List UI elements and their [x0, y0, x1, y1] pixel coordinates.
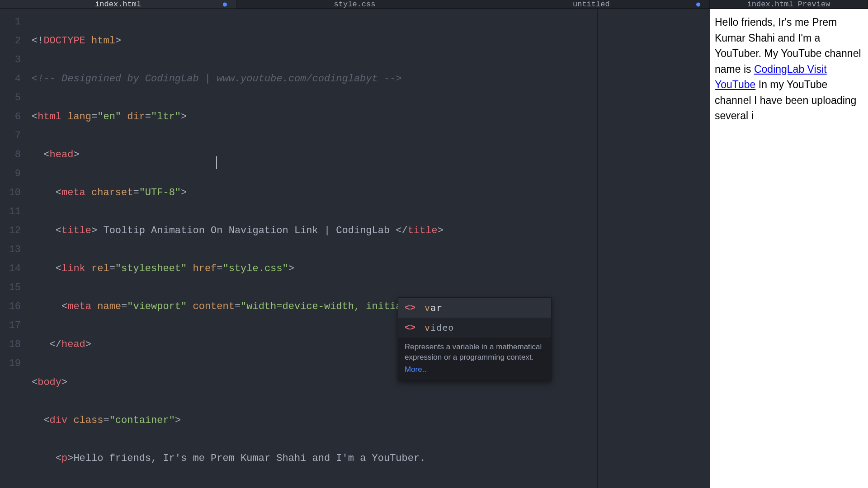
- code-line: <!DOCTYPE html>: [32, 32, 710, 51]
- line-number: 14: [0, 259, 32, 278]
- tab-label: untitled: [573, 0, 610, 9]
- split-divider[interactable]: [597, 9, 598, 488]
- code-line: <p>Hello friends, Ir's me Prem Kumar Sha…: [32, 449, 710, 468]
- line-number: 16: [0, 297, 32, 316]
- line-number: 5: [0, 89, 32, 108]
- autocomplete-label: var: [425, 302, 442, 313]
- line-number-gutter: 12345678910111213141516171819: [0, 9, 32, 488]
- line-number: 15: [0, 278, 32, 297]
- autocomplete-doc-text: Represents a variable in a mathematical …: [405, 343, 542, 361]
- tab-untitled[interactable]: untitled: [473, 0, 710, 9]
- autocomplete-item-video[interactable]: <> video: [398, 318, 551, 338]
- code-editor[interactable]: 12345678910111213141516171819 <!DOCTYPE …: [0, 9, 710, 488]
- unsaved-dot-icon: [696, 2, 700, 6]
- code-line: <meta name="viewport" content="width=dev…: [32, 297, 710, 316]
- line-number: 12: [0, 221, 32, 240]
- code-line: <title> Tooltip Animation On Navigation …: [32, 221, 710, 240]
- line-number: 13: [0, 240, 32, 259]
- line-number: 6: [0, 108, 32, 127]
- tab-style-css[interactable]: style.css: [236, 0, 473, 9]
- code-line: <div class="container">: [32, 411, 710, 430]
- tab-index-html[interactable]: index.html: [0, 0, 236, 9]
- code-line: </head>: [32, 335, 710, 354]
- tab-label: index.html: [95, 0, 141, 9]
- line-number: 3: [0, 51, 32, 70]
- autocomplete-popup: <> var <> video Represents a variable in…: [398, 297, 552, 381]
- line-number: 11: [0, 202, 32, 221]
- tab-preview[interactable]: index.html Preview: [710, 0, 868, 9]
- autocomplete-label: video: [425, 322, 454, 333]
- code-area[interactable]: <!DOCTYPE html> <!-- Designined by Codin…: [32, 9, 710, 488]
- text-cursor-icon: [216, 156, 217, 169]
- code-line: <html lang="en" dir="ltr">: [32, 108, 710, 127]
- line-number: 9: [0, 164, 32, 183]
- line-number: 18: [0, 335, 32, 354]
- autocomplete-doc: Represents a variable in a mathematical …: [398, 338, 551, 380]
- tag-icon: <>: [405, 303, 415, 313]
- tab-label: index.html Preview: [747, 0, 830, 9]
- line-number: 19: [0, 354, 32, 373]
- tag-icon: <>: [405, 323, 415, 333]
- line-number: 8: [0, 145, 32, 164]
- line-number: 4: [0, 70, 32, 89]
- tab-bar: index.html style.css untitled index.html…: [0, 0, 868, 9]
- line-number: 2: [0, 32, 32, 51]
- line-number: 1: [0, 13, 32, 32]
- tab-label: style.css: [334, 0, 376, 9]
- line-number: 10: [0, 183, 32, 202]
- unsaved-dot-icon: [223, 2, 227, 6]
- code-line: <link rel="stylesheet" href="style.css">: [32, 259, 710, 278]
- line-number: 17: [0, 316, 32, 335]
- autocomplete-more-link[interactable]: More..: [405, 365, 426, 375]
- html-preview-panel: Hello friends, Ir's me Prem Kumar Shahi …: [710, 9, 868, 488]
- code-line: <head>: [32, 145, 710, 164]
- code-line: <!-- Designined by CodingLab | www.youtu…: [32, 70, 710, 89]
- line-number: 7: [0, 127, 32, 145]
- main-area: 12345678910111213141516171819 <!DOCTYPE …: [0, 9, 868, 488]
- code-line: <meta charset="UTF-8">: [32, 183, 710, 202]
- autocomplete-item-var[interactable]: <> var: [398, 298, 551, 318]
- code-line: <body>: [32, 373, 710, 392]
